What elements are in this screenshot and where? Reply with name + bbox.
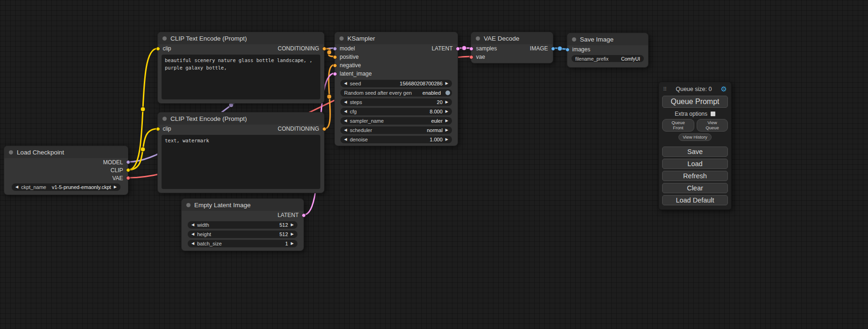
filename-prefix-widget[interactable]: filename_prefix ComfyUI <box>572 55 644 62</box>
decrement-arrow-icon[interactable]: ◀ <box>191 232 194 236</box>
refresh-button[interactable]: Refresh <box>662 171 728 181</box>
widget-label: scheduler <box>350 127 372 133</box>
input-port-model[interactable] <box>333 47 337 51</box>
input-port-positive[interactable] <box>333 55 337 59</box>
input-label-latent-image: latent_image <box>340 70 372 77</box>
increment-arrow-icon[interactable]: ▶ <box>445 119 448 123</box>
toggle-knob-icon[interactable] <box>445 91 450 95</box>
extra-options-checkbox[interactable] <box>711 112 715 116</box>
increment-arrow-icon[interactable]: ▶ <box>445 82 448 85</box>
node-clip-text-encode-negative[interactable]: CLIP Text Encode (Prompt) clip CONDITION… <box>157 112 325 193</box>
output-port-conditioning[interactable] <box>322 47 326 51</box>
decrement-arrow-icon[interactable]: ◀ <box>344 110 347 113</box>
input-port-samples[interactable] <box>469 47 473 51</box>
input-port-vae[interactable] <box>469 55 473 59</box>
collapse-dot-icon[interactable] <box>162 36 167 41</box>
save-button[interactable]: Save <box>662 147 728 157</box>
output-row: VAE <box>4 174 128 182</box>
decrement-arrow-icon[interactable]: ◀ <box>191 242 194 245</box>
widget-label: batch_size <box>197 241 222 246</box>
decrement-arrow-icon[interactable]: ◀ <box>15 185 18 189</box>
increment-arrow-icon[interactable]: ▶ <box>445 128 448 132</box>
collapse-dot-icon[interactable] <box>162 117 167 121</box>
node-title-bar[interactable]: VAE Decode <box>471 32 553 44</box>
ckpt-name-widget[interactable]: ◀ ckpt_name v1-5-pruned-emaonly.ckpt ▶ <box>12 183 120 191</box>
positive-prompt-textarea[interactable]: beautiful scenery nature glass bottle la… <box>162 55 320 99</box>
graph-canvas[interactable]: Load Checkpoint MODEL CLIP VAE ◀ ckpt_na… <box>0 0 868 329</box>
node-save-image[interactable]: Save Image images filename_prefix ComfyU… <box>567 33 649 68</box>
collapse-dot-icon[interactable] <box>186 203 191 207</box>
node-title: VAE Decode <box>484 35 519 42</box>
queue-prompt-button[interactable]: Queue Prompt <box>662 96 728 108</box>
collapse-dot-icon[interactable] <box>476 36 480 41</box>
denoise-widget[interactable]: ◀ denoise 1.000 ▶ <box>340 136 452 143</box>
width-widget[interactable]: ◀ width 512 ▶ <box>188 221 297 229</box>
output-port-clip[interactable] <box>126 168 130 172</box>
input-port-latent-image[interactable] <box>333 72 337 76</box>
node-load-checkpoint[interactable]: Load Checkpoint MODEL CLIP VAE ◀ ckpt_na… <box>4 146 128 195</box>
node-title-bar[interactable]: Load Checkpoint <box>4 146 128 158</box>
decrement-arrow-icon[interactable]: ◀ <box>344 100 347 104</box>
input-port-images[interactable] <box>565 48 570 52</box>
decrement-arrow-icon[interactable]: ◀ <box>344 119 347 123</box>
widget-label: denoise <box>350 137 368 142</box>
node-title-bar[interactable]: Save Image <box>567 33 648 45</box>
negative-prompt-textarea[interactable]: text, watermark <box>162 135 320 189</box>
increment-arrow-icon[interactable]: ▶ <box>291 223 294 227</box>
output-port-image[interactable] <box>551 47 555 51</box>
node-title-bar[interactable]: CLIP Text Encode (Prompt) <box>158 32 324 44</box>
input-label-negative: negative <box>340 62 361 69</box>
node-clip-text-encode-positive[interactable]: CLIP Text Encode (Prompt) clip CONDITION… <box>157 32 325 104</box>
collapse-dot-icon[interactable] <box>339 36 344 41</box>
view-history-button[interactable]: View History <box>678 133 712 141</box>
steps-widget[interactable]: ◀ steps 20 ▶ <box>340 98 452 106</box>
input-port-clip[interactable] <box>156 127 160 131</box>
node-title-bar[interactable]: CLIP Text Encode (Prompt) <box>158 112 324 125</box>
input-label-images: images <box>572 46 591 53</box>
decrement-arrow-icon[interactable]: ◀ <box>344 138 347 141</box>
height-widget[interactable]: ◀ height 512 ▶ <box>188 231 297 238</box>
load-default-button[interactable]: Load Default <box>662 195 728 205</box>
increment-arrow-icon[interactable]: ▶ <box>445 110 448 113</box>
widget-label: width <box>197 222 209 228</box>
node-ksampler[interactable]: KSampler model LATENT positive negative … <box>334 32 458 146</box>
input-port-negative[interactable] <box>333 63 337 68</box>
output-port-latent[interactable] <box>456 47 460 51</box>
decrement-arrow-icon[interactable]: ◀ <box>344 82 347 85</box>
output-port-conditioning[interactable] <box>322 127 326 131</box>
output-label-model: MODEL <box>103 159 123 166</box>
cfg-widget[interactable]: ◀ cfg 8.000 ▶ <box>340 108 452 115</box>
drag-handle-icon[interactable]: ⠿ <box>663 86 667 92</box>
increment-arrow-icon[interactable]: ▶ <box>445 100 448 104</box>
output-port-latent[interactable] <box>302 213 306 217</box>
collapse-dot-icon[interactable] <box>9 150 13 154</box>
increment-arrow-icon[interactable]: ▶ <box>291 242 294 245</box>
input-port-clip[interactable] <box>156 47 160 51</box>
increment-arrow-icon[interactable]: ▶ <box>114 185 117 189</box>
collapse-dot-icon[interactable] <box>572 37 576 42</box>
link-clip-negative <box>128 129 157 170</box>
clear-button[interactable]: Clear <box>662 183 728 193</box>
output-port-model[interactable] <box>126 160 130 164</box>
node-empty-latent-image[interactable]: Empty Latent Image LATENT ◀ width 512 ▶ … <box>181 198 304 251</box>
node-vae-decode[interactable]: VAE Decode samples IMAGE vae <box>471 32 553 63</box>
node-title-bar[interactable]: Empty Latent Image <box>182 199 303 211</box>
widget-value: 1.000 <box>430 137 443 142</box>
node-title-bar[interactable]: KSampler <box>335 32 458 44</box>
scheduler-widget[interactable]: ◀ scheduler normal ▶ <box>340 126 452 134</box>
decrement-arrow-icon[interactable]: ◀ <box>344 128 347 132</box>
random-seed-toggle-widget[interactable]: Random seed after every gen enabled <box>340 89 452 97</box>
output-label-conditioning: CONDITIONING <box>278 45 319 52</box>
view-queue-button[interactable]: View Queue <box>697 119 728 132</box>
seed-widget[interactable]: ◀ seed 156680208700286 ▶ <box>340 80 452 87</box>
queue-front-button[interactable]: Queue Front <box>662 119 694 132</box>
sampler-name-widget[interactable]: ◀ sampler_name euler ▶ <box>340 117 452 125</box>
decrement-arrow-icon[interactable]: ◀ <box>191 223 194 227</box>
increment-arrow-icon[interactable]: ▶ <box>291 232 294 236</box>
load-button[interactable]: Load <box>662 159 728 169</box>
increment-arrow-icon[interactable]: ▶ <box>445 138 448 141</box>
comfy-menu-panel[interactable]: ⠿ Queue size: 0 ⚙ Queue Prompt Extra opt… <box>658 82 732 210</box>
settings-gear-icon[interactable]: ⚙ <box>721 85 727 93</box>
output-port-vae[interactable] <box>126 176 130 180</box>
batch-size-widget[interactable]: ◀ batch_size 1 ▶ <box>188 240 297 247</box>
